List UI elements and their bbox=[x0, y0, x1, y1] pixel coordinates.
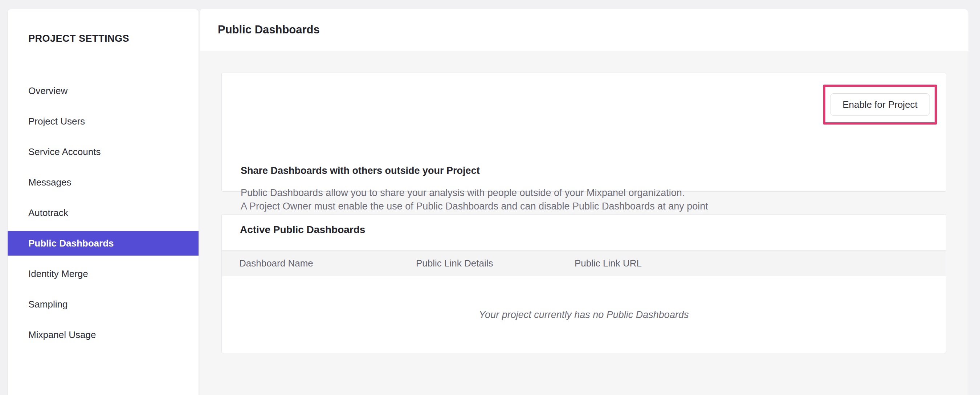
share-dashboards-card: Share Dashboards with others outside you… bbox=[221, 73, 946, 192]
sidebar-item-label: Overview bbox=[28, 85, 67, 97]
empty-state-message: Your project currently has no Public Das… bbox=[479, 309, 689, 320]
sidebar-item-autotrack[interactable]: Autotrack bbox=[8, 201, 199, 225]
sidebar-item-label: Project Users bbox=[28, 116, 85, 127]
share-card-description-line: A Project Owner must enable the use of P… bbox=[241, 200, 708, 213]
sidebar-item-public-dashboards[interactable]: Public Dashboards bbox=[8, 231, 199, 256]
active-public-dashboards-card: Active Public Dashboards Dashboard Name … bbox=[221, 214, 946, 353]
table-header-row: Dashboard Name Public Link Details Publi… bbox=[222, 250, 946, 276]
active-card-title: Active Public Dashboards bbox=[240, 224, 365, 236]
sidebar-item-project-users[interactable]: Project Users bbox=[8, 109, 199, 134]
page-header: Public Dashboards bbox=[200, 9, 968, 51]
sidebar-item-label: Autotrack bbox=[28, 207, 68, 218]
project-settings-sidebar: PROJECT SETTINGS Overview Project Users … bbox=[7, 9, 199, 395]
column-header-public-link-url: Public Link URL bbox=[574, 250, 642, 276]
main-content: Share Dashboards with others outside you… bbox=[200, 51, 968, 395]
sidebar-item-label: Identity Merge bbox=[28, 268, 88, 280]
sidebar-title: PROJECT SETTINGS bbox=[28, 33, 129, 44]
sidebar-item-identity-merge[interactable]: Identity Merge bbox=[8, 261, 199, 286]
sidebar-nav: Overview Project Users Service Accounts … bbox=[8, 78, 199, 353]
sidebar-item-overview[interactable]: Overview bbox=[8, 78, 199, 103]
sidebar-item-mixpanel-usage[interactable]: Mixpanel Usage bbox=[8, 322, 199, 347]
sidebar-item-label: Sampling bbox=[28, 299, 67, 310]
highlight-box: Enable for Project bbox=[823, 84, 937, 124]
sidebar-item-sampling[interactable]: Sampling bbox=[8, 292, 199, 317]
page-title: Public Dashboards bbox=[218, 23, 320, 36]
sidebar-item-messages[interactable]: Messages bbox=[8, 170, 199, 194]
sidebar-item-label: Messages bbox=[28, 177, 72, 188]
enable-for-project-button[interactable]: Enable for Project bbox=[830, 93, 930, 116]
sidebar-item-label: Service Accounts bbox=[28, 146, 100, 158]
share-card-description-line: Public Dashboards allow you to share you… bbox=[241, 186, 708, 200]
column-header-public-link-details: Public Link Details bbox=[416, 250, 493, 276]
sidebar-item-service-accounts[interactable]: Service Accounts bbox=[8, 139, 199, 164]
share-card-heading: Share Dashboards with others outside you… bbox=[241, 165, 480, 177]
column-header-dashboard-name: Dashboard Name bbox=[239, 250, 313, 276]
table-empty-state: Your project currently has no Public Das… bbox=[222, 277, 946, 353]
sidebar-item-label: Public Dashboards bbox=[28, 238, 114, 249]
sidebar-item-label: Mixpanel Usage bbox=[28, 329, 96, 341]
